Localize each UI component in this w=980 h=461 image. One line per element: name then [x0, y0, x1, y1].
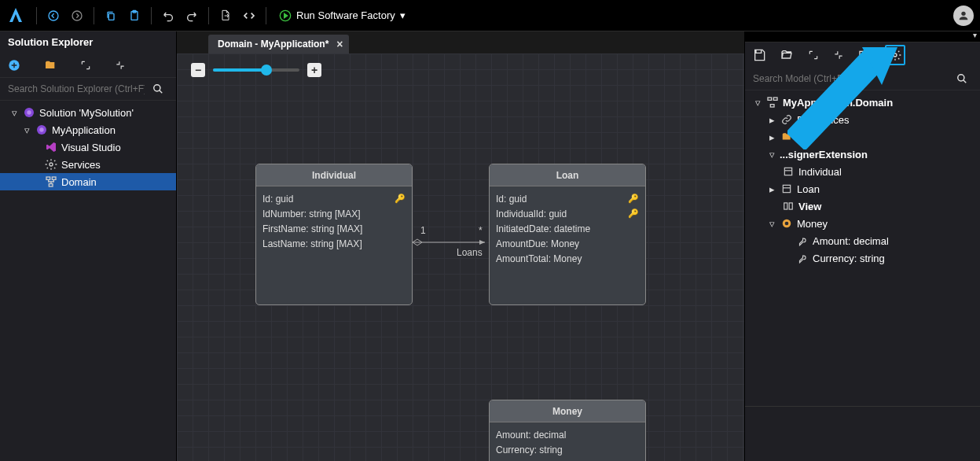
- chevron-down-icon: ▿: [22, 124, 31, 136]
- entity-title: Loan: [490, 164, 645, 186]
- zoom-slider[interactable]: [213, 68, 299, 72]
- separator: [94, 7, 94, 24]
- run-button[interactable]: Run Software Factory ▾: [271, 9, 413, 22]
- tree-application[interactable]: ▿ MyApplication: [0, 121, 176, 138]
- tree-solution[interactable]: ▿ Solution 'MySolution': [0, 104, 176, 121]
- tree-domain[interactable]: Domain: [0, 173, 176, 190]
- run-label: Run Software Factory: [296, 9, 395, 21]
- chevron-down-icon: ▿: [767, 149, 776, 160]
- save-button[interactable]: [753, 49, 765, 61]
- key-icon: 🔑: [628, 194, 639, 204]
- code-button[interactable]: [239, 6, 259, 26]
- separator: [208, 7, 209, 24]
- search-icon[interactable]: [152, 83, 176, 94]
- entity-loan[interactable]: Loan Id: guid🔑 IndividualId: guid🔑 Initi…: [489, 164, 646, 305]
- chevron-down-icon[interactable]: ▾: [973, 31, 977, 39]
- chevron-right-icon: ▸: [767, 114, 776, 126]
- svg-rect-27: [770, 105, 774, 107]
- svg-point-8: [154, 85, 160, 91]
- class-icon: [780, 183, 794, 194]
- panel-header: ▾: [745, 31, 980, 42]
- chevron-down-icon: ▿: [9, 107, 19, 119]
- entity-row[interactable]: Id: guid🔑: [496, 191, 639, 206]
- annotation-arrow: [787, 47, 897, 149]
- view-icon: [781, 201, 795, 212]
- svg-rect-30: [784, 203, 787, 209]
- svg-point-24: [958, 75, 964, 81]
- forward-button[interactable]: [67, 6, 87, 26]
- export-button[interactable]: [215, 6, 236, 26]
- tab-bar: Domain - MyApplication* ×: [177, 31, 744, 53]
- search-icon[interactable]: [956, 73, 980, 84]
- chevron-down-icon: ▾: [400, 9, 406, 21]
- expand-button[interactable]: [80, 60, 91, 71]
- chevron-down-icon: ▿: [767, 218, 776, 230]
- domain-icon: [765, 96, 780, 109]
- relation-label: Loans: [457, 247, 483, 258]
- tree-view[interactable]: View: [745, 197, 980, 215]
- svg-rect-26: [773, 98, 777, 100]
- entity-row[interactable]: AmountDue: Money: [496, 236, 639, 251]
- entity-row[interactable]: AmountTotal: Money: [496, 251, 639, 266]
- add-button[interactable]: [8, 59, 20, 72]
- fkey-icon: 🔑: [628, 208, 639, 219]
- zoom-in-button[interactable]: +: [307, 63, 321, 77]
- services-icon: [44, 158, 58, 171]
- svg-point-33: [785, 222, 789, 226]
- svg-point-12: [39, 127, 43, 131]
- open-folder-button[interactable]: [44, 59, 57, 72]
- canvas[interactable]: − + Individual Id: guid🔑 IdNumber: strin…: [177, 53, 744, 461]
- svg-point-13: [50, 163, 53, 166]
- relation-to: *: [479, 225, 483, 236]
- close-icon[interactable]: ×: [336, 38, 343, 50]
- zoom-control: − +: [191, 63, 321, 77]
- entity-row[interactable]: Currency: string: [496, 442, 639, 457]
- tree-services[interactable]: Services: [0, 156, 176, 173]
- chevron-down-icon: ▿: [753, 97, 762, 109]
- solution-explorer-panel: Solution Explorer ▿ Solution 'MySolution…: [0, 31, 177, 461]
- top-toolbar: Run Software Factory ▾: [0, 0, 980, 31]
- user-avatar[interactable]: [953, 6, 974, 26]
- entity-row[interactable]: InitiatedDate: datetime: [496, 221, 639, 236]
- tree-currency[interactable]: Currency: string: [745, 249, 980, 267]
- paste-button[interactable]: [124, 6, 145, 26]
- designer-canvas-pane: Domain - MyApplication* × − + Individual…: [177, 31, 744, 461]
- entity-row[interactable]: IndividualId: guid🔑: [496, 206, 639, 221]
- properties-panel: [745, 406, 980, 461]
- play-icon: [279, 9, 292, 22]
- tree-amount[interactable]: Amount: decimal: [745, 232, 980, 249]
- svg-rect-16: [49, 184, 53, 186]
- svg-rect-29: [783, 185, 790, 192]
- redo-button[interactable]: [182, 6, 202, 26]
- separator: [36, 7, 37, 24]
- entity-row[interactable]: LastName: string [MAX]: [262, 236, 406, 251]
- entity-money[interactable]: Money Amount: decimal Currency: string: [489, 400, 646, 461]
- solution-icon: [22, 106, 36, 119]
- tab-domain[interactable]: Domain - MyApplication* ×: [208, 35, 349, 53]
- search-input[interactable]: [0, 78, 152, 100]
- copy-button[interactable]: [101, 6, 121, 26]
- property-icon: [795, 253, 809, 264]
- tree-loan[interactable]: ▸Loan: [745, 180, 980, 197]
- entity-row[interactable]: IdNumber: string [MAX]: [262, 206, 406, 221]
- tree-money[interactable]: ▿Money: [745, 215, 980, 232]
- class-icon: [781, 166, 795, 177]
- entity-row[interactable]: Id: guid🔑: [262, 191, 406, 206]
- tree-visual-studio[interactable]: Visual Studio: [0, 138, 176, 156]
- svg-rect-25: [768, 98, 772, 100]
- undo-button[interactable]: [158, 6, 178, 26]
- entity-row[interactable]: FirstName: string [MAX]: [262, 221, 406, 236]
- tree-individual[interactable]: Individual: [745, 163, 980, 180]
- app-icon: [35, 124, 49, 136]
- collapse-button[interactable]: [115, 60, 126, 71]
- back-button[interactable]: [43, 6, 64, 26]
- entity-row[interactable]: Amount: decimal: [496, 427, 639, 442]
- model-panel: ▾ ▿MyApplication.Domain ▸References ▸B..…: [744, 31, 980, 461]
- chevron-right-icon: ▸: [767, 183, 776, 195]
- zoom-out-button[interactable]: −: [191, 63, 205, 77]
- property-icon: [795, 235, 809, 246]
- key-icon: 🔑: [395, 194, 406, 204]
- relation-line[interactable]: [413, 238, 491, 246]
- explorer-tree: ▿ Solution 'MySolution' ▿ MyApplication …: [0, 101, 176, 461]
- entity-individual[interactable]: Individual Id: guid🔑 IdNumber: string [M…: [255, 164, 413, 305]
